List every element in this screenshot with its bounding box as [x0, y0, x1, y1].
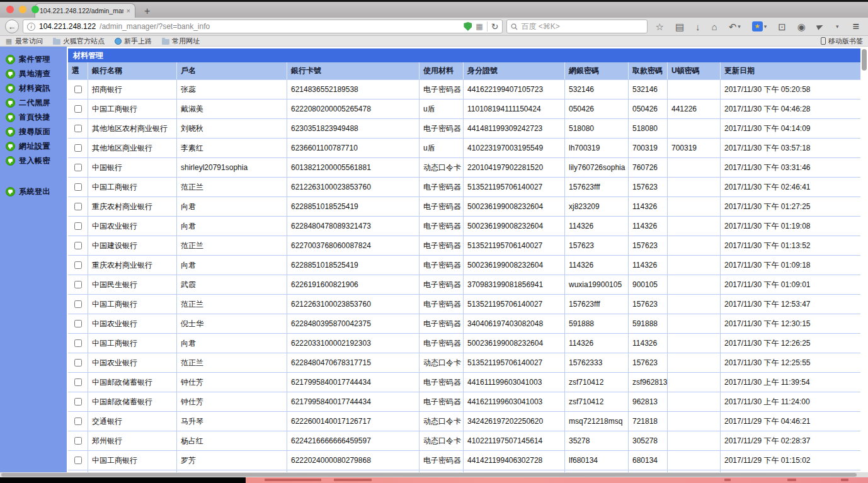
vertical-scrollbar-thumb[interactable] — [862, 49, 867, 71]
row-checkbox[interactable] — [74, 378, 82, 386]
search-placeholder: 百度 <⌘K> — [521, 21, 559, 32]
row-checkbox[interactable] — [74, 339, 82, 347]
webcam-button[interactable]: ◉ — [794, 22, 809, 31]
sidebar-item[interactable]: 材料資訊 — [0, 81, 67, 96]
sidebar-item[interactable]: 搜尋版面 — [0, 125, 67, 139]
new-tab-button[interactable]: + — [142, 6, 152, 18]
history-undo-button[interactable]: ↶▾ — [725, 22, 745, 31]
row-checkbox[interactable] — [74, 105, 82, 113]
table-row: 中国民生银行 武霞 6226191600821906 电子密码器 3709831… — [68, 275, 868, 295]
cell-material: u盾 — [420, 99, 464, 118]
row-checkbox[interactable] — [74, 242, 82, 249]
home-button[interactable]: ⌂ — [708, 22, 721, 31]
vertical-scrollbar[interactable] — [860, 47, 868, 472]
cell-withdraw-password: 591888 — [629, 314, 668, 333]
row-checkbox[interactable] — [74, 320, 82, 327]
bookmarks-menu-button[interactable]: ★▾ — [748, 21, 771, 31]
row-checkbox[interactable] — [74, 281, 82, 288]
row-checkbox[interactable] — [74, 203, 82, 210]
horizontal-scrollbar[interactable] — [0, 472, 868, 477]
sidebar-item[interactable]: 案件管理 — [0, 52, 67, 67]
cell-id-number: 110108194111150424 — [464, 99, 565, 118]
sidebar-item[interactable]: 網址設置 — [0, 139, 67, 154]
bookmark-item[interactable]: 火狐官方站点 — [53, 37, 105, 46]
row-checkbox[interactable] — [74, 183, 82, 191]
minimize-window-button[interactable] — [19, 6, 26, 13]
sidebar-item-logout[interactable]: 系統登出 — [0, 185, 67, 199]
reload-icon[interactable]: ↻ — [491, 21, 499, 31]
search-input[interactable]: 百度 <⌘K> — [506, 20, 648, 33]
bookmark-item[interactable]: 新手上路 — [115, 37, 152, 46]
cell-holder-name: 武霞 — [177, 275, 287, 294]
chat-bubble-icon — [6, 55, 15, 64]
cell-bank-name: 中国工商银行 — [88, 334, 177, 353]
row-checkbox[interactable] — [74, 437, 82, 445]
row-checkbox[interactable] — [74, 125, 82, 132]
cell-material: 动态口令卡 — [420, 412, 464, 431]
row-checkbox[interactable] — [74, 457, 82, 464]
menu-hamburger-button[interactable]: ≡ — [848, 21, 863, 32]
header-material: 使用材料 — [420, 62, 464, 79]
cell-holder-name: 马升琴 — [177, 412, 287, 431]
row-checkbox[interactable] — [74, 86, 82, 93]
sidebar-item[interactable]: 二代黑屏 — [0, 96, 67, 110]
cell-withdraw-password: 518080 — [629, 119, 668, 138]
mobile-bookmarks-item[interactable]: 移动版书签 — [821, 37, 863, 46]
sidebar-item-label: 材料資訊 — [19, 83, 50, 94]
sidebar-item[interactable]: 登入帳密 — [0, 154, 67, 168]
cell-card-number: 6217995840017744434 — [287, 392, 420, 411]
site-info-icon[interactable]: i — [27, 23, 35, 31]
cell-material: 电子密码器 — [420, 236, 464, 255]
row-checkbox[interactable] — [74, 164, 82, 171]
bookmark-item[interactable]: 常用网址 — [162, 37, 200, 46]
tab-close-icon[interactable]: × — [127, 8, 130, 14]
cell-bank-name: 中国工商银行 — [88, 178, 177, 196]
shield-extension-icon[interactable] — [464, 22, 472, 31]
screenshot-button[interactable]: ⊡ — [774, 22, 790, 31]
table-row: 中国建设银行 范正兰 6227003768060087824 电子密码器 513… — [68, 236, 868, 256]
cell-ukey-password — [668, 392, 721, 411]
row-select-cell — [68, 217, 88, 236]
cell-material: 电子密码器 — [420, 178, 464, 196]
table-row: 中国农业银行 倪士华 6228480395870042375 电子密码器 340… — [68, 314, 868, 334]
table-body: 招商银行 张蕊 6214836552189538 电子密码器 441622199… — [68, 80, 868, 470]
row-checkbox[interactable] — [74, 418, 82, 425]
cell-ukey-password — [668, 80, 721, 99]
downloads-button[interactable]: ↓ — [692, 22, 704, 31]
cell-updated-date: 2017/11/29 下午 02:28:37 — [721, 431, 868, 450]
back-button[interactable]: ← — [5, 20, 19, 33]
bookmark-star-button[interactable]: ☆ — [651, 22, 667, 31]
row-checkbox[interactable] — [74, 261, 82, 269]
bookmark-item[interactable]: 最常访问 — [5, 37, 43, 46]
cell-holder-name: 戴淑美 — [177, 99, 287, 118]
chevron-down-icon[interactable]: ▾ — [764, 24, 767, 30]
extension-icon[interactable]: ▦ — [476, 22, 483, 31]
cell-id-number: 500236199008232604 — [464, 256, 565, 275]
row-select-cell — [68, 119, 88, 138]
table-row: 重庆农村商业银行 向君 6228851018525419 电子密码器 50023… — [68, 197, 868, 217]
sidebar-item[interactable]: 異地清查 — [0, 67, 67, 81]
cell-netbank-password: 591888 — [565, 314, 629, 333]
cell-withdraw-password: 760726 — [629, 158, 668, 177]
chevron-down-icon[interactable]: ▾ — [738, 24, 741, 30]
row-checkbox[interactable] — [74, 359, 82, 367]
header-netbank-password: 網銀密碼 — [565, 62, 629, 79]
close-window-button[interactable] — [6, 6, 14, 13]
url-bar[interactable]: i 104.221.248.122 /admin_manager/?set=ba… — [23, 20, 503, 33]
row-checkbox[interactable] — [74, 144, 82, 152]
toolbar-overflow-button[interactable]: ▾ — [831, 24, 843, 30]
row-checkbox[interactable] — [74, 222, 82, 230]
cell-bank-name: 交通银行 — [88, 412, 177, 431]
browser-tab[interactable]: 104.221.248.122/admin_manager × — [35, 3, 135, 18]
cell-ukey-password — [668, 353, 721, 372]
chevron-down-icon: ▾ — [836, 24, 839, 30]
row-checkbox[interactable] — [74, 300, 82, 308]
row-checkbox[interactable] — [74, 398, 82, 406]
chat-bubble-icon — [6, 142, 15, 151]
send-tab-icon — [816, 23, 824, 30]
send-tab-button[interactable] — [813, 24, 827, 29]
horizontal-scrollbar-thumb[interactable] — [1, 473, 857, 477]
zoom-window-button[interactable] — [31, 6, 39, 13]
library-button[interactable]: ▤ — [671, 22, 688, 31]
sidebar-item[interactable]: 首頁快捷 — [0, 110, 67, 125]
